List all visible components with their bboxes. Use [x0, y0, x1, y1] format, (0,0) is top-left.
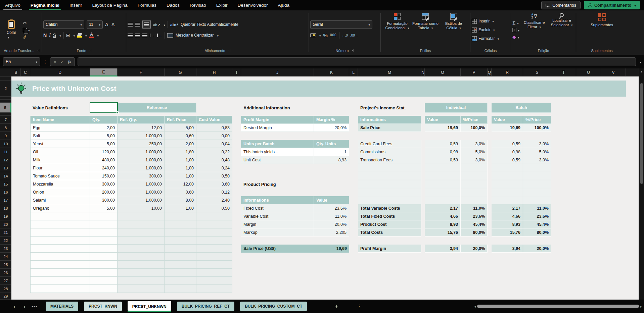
- cell-G21[interactable]: [165, 228, 196, 237]
- name-box[interactable]: E5: [3, 57, 40, 66]
- header-qty-[interactable]: Qty.: [90, 116, 118, 124]
- row-header-19[interactable]: 19: [0, 212, 11, 220]
- font-size-select[interactable]: 11: [87, 20, 103, 29]
- cell-O21[interactable]: 15,76: [425, 228, 461, 237]
- column-header-P[interactable]: P: [461, 68, 488, 76]
- cell-E12[interactable]: 480,00: [90, 156, 118, 164]
- cell-S19[interactable]: 23,6%: [523, 212, 551, 220]
- cell-O8[interactable]: 19,69: [425, 124, 461, 132]
- cell-D19[interactable]: [30, 212, 90, 220]
- cell-F12[interactable]: 1.000,00: [118, 156, 165, 164]
- row-header-27[interactable]: 27: [0, 277, 11, 285]
- cell-S20[interactable]: 45,4%: [523, 220, 551, 228]
- row-header-1[interactable]: [0, 76, 11, 81]
- row-header-13[interactable]: 13: [0, 164, 11, 172]
- cell-M16[interactable]: [358, 188, 421, 196]
- cell-S17[interactable]: [523, 196, 551, 204]
- cell-G15[interactable]: 12,00: [165, 180, 196, 188]
- cell-E17[interactable]: 300,00: [90, 196, 118, 204]
- align-center-button[interactable]: [135, 34, 140, 37]
- cell-S8[interactable]: 100,0%: [523, 124, 551, 132]
- cell-G18[interactable]: 1,00: [165, 204, 196, 212]
- conditional-formatting-button[interactable]: Formatação Condicional: [383, 13, 411, 47]
- cell-H11[interactable]: 0,22: [196, 148, 232, 156]
- row-header-14[interactable]: 14: [0, 172, 11, 180]
- column-header-V[interactable]: V: [601, 68, 626, 76]
- cell-H16[interactable]: 0,12: [196, 188, 232, 196]
- cell-E22[interactable]: [90, 237, 118, 245]
- cell-F14[interactable]: 300,00: [118, 172, 165, 180]
- comma-style-button[interactable]: 000: [330, 34, 337, 37]
- cell-J10[interactable]: Units per Batch: [241, 140, 314, 148]
- row-header-11[interactable]: 11: [0, 148, 11, 156]
- decrease-font-button[interactable]: Aˇ: [111, 22, 116, 27]
- cell-H9[interactable]: 0,00: [196, 132, 232, 140]
- find-select-button[interactable]: Localizar e Selecionar: [549, 13, 574, 47]
- increase-decimal-button[interactable]: ←.0: [342, 34, 348, 37]
- cell-G24[interactable]: [165, 253, 196, 261]
- expand-formula-bar-button[interactable]: [639, 59, 641, 65]
- cell-J7[interactable]: Profit Margin: [241, 116, 314, 124]
- cell-D12[interactable]: Milk: [30, 156, 90, 164]
- decrease-indent-button[interactable]: ←: [150, 34, 155, 37]
- scroll-right-button[interactable]: ▸: [640, 305, 642, 308]
- formula-input[interactable]: [78, 57, 636, 66]
- cell-E15[interactable]: 300,00: [90, 180, 118, 188]
- row-header-21[interactable]: 21: [0, 228, 11, 237]
- cell-H13[interactable]: 0,24: [196, 164, 232, 172]
- cell-M19[interactable]: Total Fixed Costs: [358, 212, 421, 220]
- cell-G28[interactable]: [165, 285, 196, 293]
- cell-R8[interactable]: 19,69: [492, 124, 523, 132]
- column-header-D[interactable]: D: [30, 68, 90, 76]
- cell-F15[interactable]: 1.000,00: [118, 180, 165, 188]
- label-additional-information[interactable]: Additional Information: [241, 103, 314, 113]
- increase-indent-button[interactable]: →: [157, 34, 162, 37]
- cell-J20[interactable]: Margin: [241, 220, 314, 228]
- cell-S12[interactable]: 3,0%: [523, 156, 551, 164]
- copy-button[interactable]: [23, 28, 30, 33]
- cell-M10[interactable]: Credit Card Fees: [358, 140, 421, 148]
- cell-S18[interactable]: 11,0%: [523, 204, 551, 212]
- cell-M17[interactable]: [358, 196, 421, 204]
- cell-G13[interactable]: 1,00: [165, 164, 196, 172]
- dialog-launcher-icon[interactable]: [36, 49, 39, 52]
- cell-E26[interactable]: [90, 269, 118, 277]
- cell-R17[interactable]: [492, 196, 523, 204]
- cell-D28[interactable]: [30, 285, 90, 293]
- cell-E23[interactable]: [90, 245, 118, 253]
- cell-H18[interactable]: 0,50: [196, 204, 232, 212]
- align-bottom-button[interactable]: [142, 20, 151, 29]
- row-header-10[interactable]: 10: [0, 140, 11, 148]
- cell-F11[interactable]: 1.000,00: [118, 148, 165, 156]
- cell-F23[interactable]: [118, 245, 165, 253]
- row-header-15[interactable]: 15: [0, 180, 11, 188]
- cell-E18[interactable]: 5,00: [90, 204, 118, 212]
- cell-P13[interactable]: [461, 164, 488, 172]
- column-header-N[interactable]: N: [421, 68, 425, 76]
- format-as-table-button[interactable]: Formatar como Tabela: [412, 13, 439, 47]
- row-header-16[interactable]: 16: [0, 188, 11, 196]
- cell-D21[interactable]: [30, 228, 90, 237]
- cell-G22[interactable]: [165, 237, 196, 245]
- cell-G9[interactable]: 0,60: [165, 132, 196, 140]
- cell-P21[interactable]: 80,0%: [461, 228, 488, 237]
- column-header-Q[interactable]: Q: [488, 68, 492, 76]
- cell-F17[interactable]: 1.000,00: [118, 196, 165, 204]
- dialog-launcher-icon[interactable]: [351, 49, 354, 52]
- cell-H8[interactable]: 0,83: [196, 124, 232, 132]
- align-middle-button[interactable]: [135, 23, 140, 27]
- cell-P15[interactable]: [461, 180, 488, 188]
- menu-ajuda[interactable]: Ajuda: [273, 0, 295, 10]
- cancel-button[interactable]: ×: [54, 59, 56, 64]
- cell-G26[interactable]: [165, 269, 196, 277]
- header-cost-value[interactable]: Cost Value: [196, 116, 232, 124]
- cut-button[interactable]: ✂: [23, 20, 30, 25]
- clear-button[interactable]: ◆: [512, 35, 519, 40]
- cell-H28[interactable]: [196, 285, 232, 293]
- cell-K18[interactable]: 23,6%: [314, 204, 349, 212]
- row-header-7[interactable]: 7: [0, 116, 11, 124]
- cell-H10[interactable]: 0,04: [196, 140, 232, 148]
- cell-H17[interactable]: 2,40: [196, 196, 232, 204]
- cell-H14[interactable]: 0,50: [196, 172, 232, 180]
- cell-S13[interactable]: [523, 164, 551, 172]
